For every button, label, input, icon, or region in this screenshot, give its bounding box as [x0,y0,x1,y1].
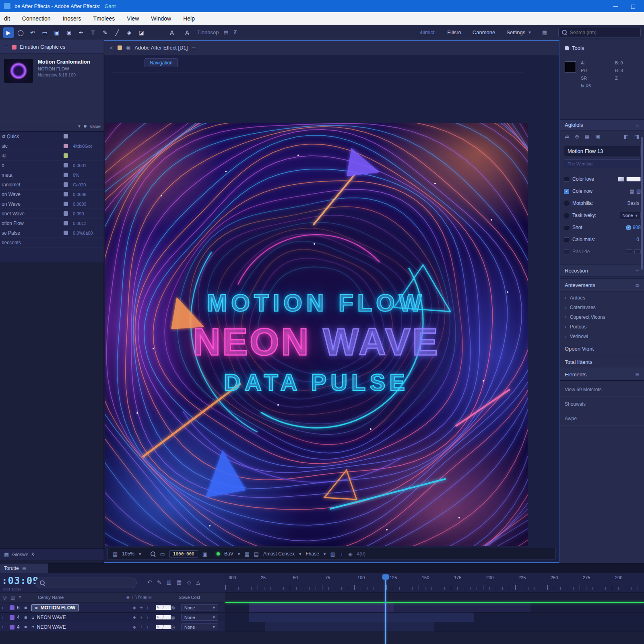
property-row[interactable]: onet Wave0.090 [0,209,104,219]
motion-blur-icon[interactable]: ↶ [147,579,152,585]
layer-switches[interactable]: ✎ / [156,615,171,619]
parent-column-header[interactable]: Sowe Cost [179,595,200,600]
type-tool[interactable]: T [88,27,98,38]
layer-switches[interactable]: ✎ / [156,605,171,610]
menu-item-5[interactable]: Window [151,15,171,22]
pixel-aspect-icon[interactable]: ◈ [349,551,353,557]
scrollbar[interactable] [641,137,643,270]
half-box-right-icon[interactable]: ◨ [634,134,639,140]
menu-item-2[interactable]: Inosers [63,15,81,22]
property-row[interactable]: on Wave0.0009 [0,199,104,209]
toolbar-search[interactable] [558,28,641,37]
grid-icon[interactable]: ▦ [113,551,118,557]
section-awpe[interactable]: Awpe [560,411,644,426]
blend-mode-dropdown[interactable]: None▾ [181,614,218,621]
align-icon[interactable]: ▤ [223,29,228,35]
layer-track[interactable] [225,622,644,632]
box[interactable] [634,249,641,254]
effect-option-0[interactable]: Color love [564,173,641,185]
channels-icon[interactable]: ▤ [254,551,259,557]
half-box-left-icon[interactable]: ◧ [623,134,628,140]
box[interactable] [626,249,632,254]
close-icon[interactable]: × [109,45,114,51]
character-panel-icon[interactable]: A [167,27,177,38]
property-row[interactable]: ranlometCa020. [0,180,104,190]
effects-panel-header[interactable]: Agiolols ≡ [560,119,644,130]
viewer-tab-label[interactable]: Adobe After Effect [D1] [134,45,188,51]
zoom-icon[interactable] [151,551,156,557]
property-row[interactable]: o0.0001 [0,161,104,170]
option-icon[interactable]: ▥ [636,188,641,194]
property-row[interactable]: on Wave0.0006 [0,190,104,199]
layer-row[interactable]: ›4▪▫NEON WAVE◆ + \✎ /◎None▾ [0,613,644,622]
pan-tool[interactable]: ▭ [39,27,50,38]
current-timecode[interactable]: :03:09 [2,575,39,586]
eraser-tool[interactable]: ◪ [136,27,147,38]
playhead-line[interactable] [385,575,386,644]
footer-label[interactable]: Gloswe [12,552,28,557]
layer-name[interactable]: ▪MOTION FLOW [31,604,133,611]
foreground-color-swatch[interactable] [565,61,576,72]
layer-track[interactable] [225,613,644,622]
timeline-search-input[interactable] [48,580,132,586]
grid-icon[interactable]: ▦ [585,134,590,140]
section-portous[interactable]: ›Portous [560,322,644,332]
section-verlbowl[interactable]: ›Verlbowl [560,332,644,341]
timeline-ruler[interactable]: 900255075100125150175200225250275200 [225,573,644,592]
layer-track[interactable] [225,603,644,612]
eye-icon[interactable]: ◎ [171,624,181,630]
paragraph-panel-icon[interactable]: A [182,27,192,38]
effect-name-input[interactable] [564,146,640,156]
brush-tool[interactable]: ╱ [112,27,122,38]
undo-tool[interactable]: ↶ [27,27,38,38]
search-input[interactable] [570,30,637,35]
section-opoen-viont[interactable]: Opoen Viont [560,343,644,354]
maximize-button[interactable]: □ [626,3,640,9]
toolbar-label-1[interactable]: Fillsro [447,29,461,35]
checkbox[interactable] [564,201,569,206]
property-row[interactable]: se Palse0.0%6a00 [0,228,104,238]
color-swatch[interactable] [618,177,624,182]
timeline-tab[interactable]: Torutte ≡ [0,564,48,573]
transform-label[interactable]: Tlonnsop [197,29,219,35]
selected-layer-box[interactable]: ▪MOTION FLOW [31,604,79,611]
option-control[interactable] [618,177,641,182]
zoom-level[interactable]: 105% [122,551,134,557]
snap-icon[interactable]: ⊼ [233,29,237,35]
layer-name[interactable]: ▫NEON WAVE [31,624,133,630]
pencil-tool[interactable]: ✎ [100,27,110,38]
property-row[interactable]: ila [0,151,104,161]
section-recostion[interactable]: Recostion≡ [560,264,644,277]
shape-tool[interactable]: ▣ [52,27,62,38]
anchor-icon[interactable]: ⊕ [575,134,579,140]
layer-switches[interactable]: ◆ + \ [133,625,156,629]
playhead-handle[interactable] [382,574,389,580]
layer-row[interactable]: ›6▪▪MOTION FLOW◆ + \✎ /◎None▾ [0,603,644,613]
zoom-tool[interactable]: ◯ [15,27,26,38]
triangle-icon[interactable]: △ [196,579,200,585]
color-swatch[interactable] [626,177,641,182]
box-icon[interactable]: ▣ [595,134,600,140]
diamond-icon[interactable]: ◇ [187,579,191,585]
dropdown[interactable]: None▾ [619,212,641,219]
property-row[interactable]: xt Quick [0,132,104,141]
layer-name[interactable]: ▫NEON WAVE [31,615,133,620]
graph-editor-icon[interactable]: ▦ [177,579,182,585]
viewer-sub-tab[interactable]: Navigation [144,58,178,67]
checkbox[interactable] [564,177,569,182]
section-elements[interactable]: Elements≡ [560,368,644,381]
name-column-header[interactable]: Ceraly Name [26,595,126,600]
view-layout[interactable]: Amost Consex [263,551,295,557]
checkbox[interactable]: ✓ [626,225,631,230]
section-shouwals[interactable]: Shouwals [560,397,644,411]
crosshair-icon[interactable]: + [340,551,344,557]
property-row[interactable]: meta0% [0,170,104,180]
option-control[interactable]: 0 [636,237,641,242]
toolbar-label-2[interactable]: Canmone [473,29,495,35]
blend-mode-dropdown[interactable]: None▾ [181,623,218,630]
menu-item-0[interactable]: dit [4,15,10,22]
menu-item-1[interactable]: Connection [22,15,51,22]
expander-icon[interactable]: › [2,605,10,611]
menu-item-6[interactable]: Help [183,15,195,22]
section-ardoes[interactable]: ›Ardoes [560,293,644,303]
